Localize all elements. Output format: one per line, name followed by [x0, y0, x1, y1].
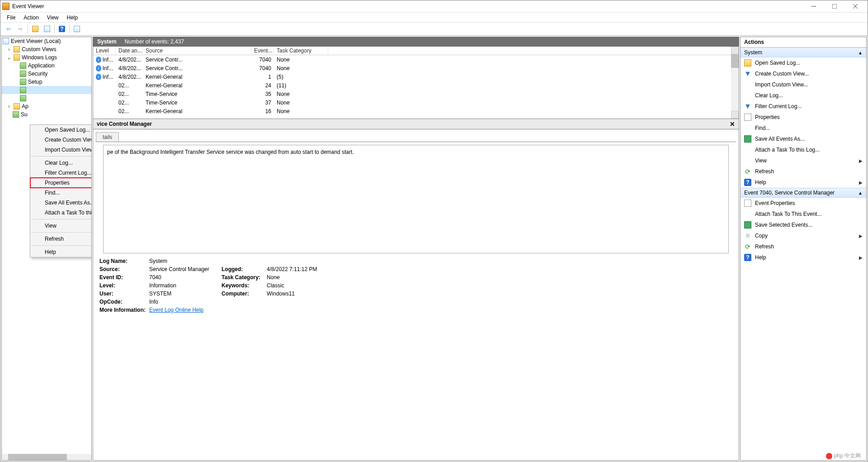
- action-copy[interactable]: ⎘Copy▶: [741, 230, 866, 241]
- scroll-up-icon[interactable]: [731, 47, 739, 54]
- scrollbar-thumb[interactable]: [731, 54, 739, 68]
- tab-label: tails: [103, 134, 112, 140]
- event-grid[interactable]: Level Date an... Source Event... Task Ca…: [93, 47, 739, 119]
- action-refresh[interactable]: ⟳Refresh: [741, 241, 866, 252]
- action-label: Save All Events As...: [755, 136, 805, 142]
- event-row[interactable]: iInf...4/8/202...Service Contr...7040Non…: [93, 64, 731, 72]
- ctx-filter-current-log[interactable]: Filter Current Log...: [30, 168, 92, 178]
- ctx-find[interactable]: Find...: [30, 188, 92, 198]
- tree-custom-views[interactable]: ›Custom Views: [2, 45, 91, 53]
- action-properties[interactable]: Properties: [741, 112, 866, 123]
- event-row[interactable]: iInf...4/8/202...Service Contr...7040Non…: [93, 55, 731, 64]
- action-view[interactable]: View▶: [741, 155, 866, 166]
- ctx-label: Filter Current Log...: [45, 170, 91, 176]
- event-row[interactable]: 02...Kernel-General16None: [93, 107, 731, 115]
- help-toolbar-button[interactable]: ?: [57, 24, 67, 34]
- expand-icon[interactable]: ›: [6, 46, 12, 52]
- close-button[interactable]: [845, 0, 866, 12]
- action-attach-a-task-to-this-log[interactable]: Attach a Task To this Log...: [741, 144, 866, 155]
- tree-log-system[interactable]: [2, 86, 91, 94]
- action-open-saved-log[interactable]: Open Saved Log...: [741, 57, 866, 68]
- collapse-icon[interactable]: ⌄: [6, 54, 12, 61]
- event-row[interactable]: 02...Time-Service37None: [93, 98, 731, 107]
- minimize-button[interactable]: [803, 0, 824, 12]
- action-filter-current-log[interactable]: ▼Filter Current Log...: [741, 101, 866, 112]
- event-message-box[interactable]: pe of the Background Intelligent Transfe…: [103, 145, 729, 253]
- menu-view[interactable]: View: [43, 14, 62, 22]
- layout-button[interactable]: [71, 24, 82, 34]
- forward-button[interactable]: ⇨: [15, 24, 26, 34]
- ctx-save-all-events[interactable]: Save All Events As...: [30, 198, 92, 208]
- ctx-attach-task[interactable]: Attach a Task To this Log...: [30, 208, 92, 218]
- menu-file[interactable]: File: [3, 14, 19, 22]
- ctx-refresh[interactable]: Refresh: [30, 234, 92, 244]
- action-attach-task-to-this-event[interactable]: Attach Task To This Event...: [741, 209, 866, 219]
- grid-header-row[interactable]: Level Date an... Source Event... Task Ca…: [93, 47, 731, 55]
- col-source[interactable]: Source: [143, 48, 251, 54]
- collapse-icon[interactable]: ▲: [858, 191, 863, 195]
- action-label: Help: [755, 179, 766, 186]
- action-find[interactable]: Find...: [741, 123, 866, 133]
- col-date[interactable]: Date an...: [116, 48, 143, 54]
- tree-label: Ap: [22, 103, 28, 110]
- titlebar[interactable]: Event Viewer: [0, 0, 868, 12]
- tree-log-setup[interactable]: Setup: [2, 78, 91, 86]
- col-level[interactable]: Level: [93, 48, 116, 54]
- ctx-open-saved-log[interactable]: Open Saved Log...: [30, 125, 92, 135]
- tree-pane[interactable]: Event Viewer (Local) ›Custom Views ⌄Wind…: [1, 37, 92, 461]
- scroll-down-icon[interactable]: [731, 111, 739, 119]
- action-event-properties[interactable]: Event Properties: [741, 198, 866, 209]
- maximize-button[interactable]: [824, 0, 845, 12]
- expand-icon[interactable]: ›: [6, 103, 12, 110]
- menu-action[interactable]: Action: [20, 14, 42, 22]
- menu-help[interactable]: Help: [63, 14, 82, 22]
- show-tree-button[interactable]: [30, 24, 41, 34]
- scrollbar-thumb[interactable]: [8, 454, 67, 460]
- tree-applications-services[interactable]: ›Ap: [2, 102, 91, 110]
- back-button[interactable]: ⇦: [3, 24, 14, 34]
- online-help-link[interactable]: Event Log Online Help: [149, 307, 203, 313]
- action-import-custom-view[interactable]: Import Custom View...: [741, 79, 866, 90]
- action-help[interactable]: ?Help▶: [741, 177, 866, 188]
- ctx-create-custom-view[interactable]: Create Custom View...: [30, 135, 92, 145]
- tree-log-forwarded[interactable]: [2, 94, 91, 102]
- ctx-clear-log[interactable]: Clear Log...: [30, 158, 92, 168]
- detail-close-button[interactable]: ✕: [730, 120, 735, 128]
- ctx-help[interactable]: Help▶: [30, 247, 92, 257]
- action-save-selected-events[interactable]: Save Selected Events...: [741, 219, 866, 230]
- tree-horizontal-scrollbar[interactable]: [2, 454, 91, 460]
- grid-vertical-scrollbar[interactable]: [731, 47, 739, 119]
- properties-toolbar-button[interactable]: [42, 24, 52, 34]
- action-save-all-events-as[interactable]: Save All Events As...: [741, 133, 866, 144]
- ctx-import-custom-view[interactable]: Import Custom View...: [30, 145, 92, 155]
- tree-subscriptions[interactable]: Su: [2, 110, 91, 119]
- folder-icon: [14, 54, 20, 61]
- action-refresh[interactable]: ⟳Refresh: [741, 166, 866, 177]
- ctx-properties[interactable]: Properties: [30, 178, 92, 188]
- ctx-label: Create Custom View...: [45, 137, 92, 143]
- event-row[interactable]: 02...Kernel-General24(11): [93, 81, 731, 90]
- detail-tabs: tails: [96, 129, 736, 142]
- actions-section-event[interactable]: Event 7040, Service Control Manager▲: [741, 188, 866, 198]
- action-create-custom-view[interactable]: ▼Create Custom View...: [741, 68, 866, 79]
- event-row[interactable]: 02...Time-Service35None: [93, 90, 731, 98]
- kv-key: Level:: [99, 282, 149, 289]
- actions-section-system[interactable]: System▲: [741, 48, 866, 57]
- event-properties-grid: Log Name:System Source:Service Control M…: [93, 256, 739, 319]
- event-row[interactable]: iInf...4/8/202...Kernel-General1(5): [93, 72, 731, 81]
- cell-level: Inf...: [103, 65, 113, 71]
- tree-log-security[interactable]: Security: [2, 70, 91, 78]
- action-label: Attach Task To This Event...: [755, 211, 821, 217]
- tree-windows-logs[interactable]: ⌄Windows Logs: [2, 53, 91, 62]
- eventviewer-icon: [3, 38, 9, 44]
- tree-root[interactable]: Event Viewer (Local): [2, 37, 91, 45]
- tree-log-application[interactable]: Application: [2, 62, 91, 70]
- submenu-arrow-icon: ▶: [859, 255, 863, 260]
- action-clear-log[interactable]: Clear Log...: [741, 90, 866, 101]
- action-help[interactable]: ?Help▶: [741, 252, 866, 263]
- ctx-view[interactable]: View▶: [30, 221, 92, 231]
- col-taskcat[interactable]: Task Category: [274, 48, 328, 54]
- collapse-icon[interactable]: ▲: [858, 50, 863, 55]
- col-eventid[interactable]: Event...: [251, 48, 274, 54]
- tab-details[interactable]: tails: [96, 132, 119, 142]
